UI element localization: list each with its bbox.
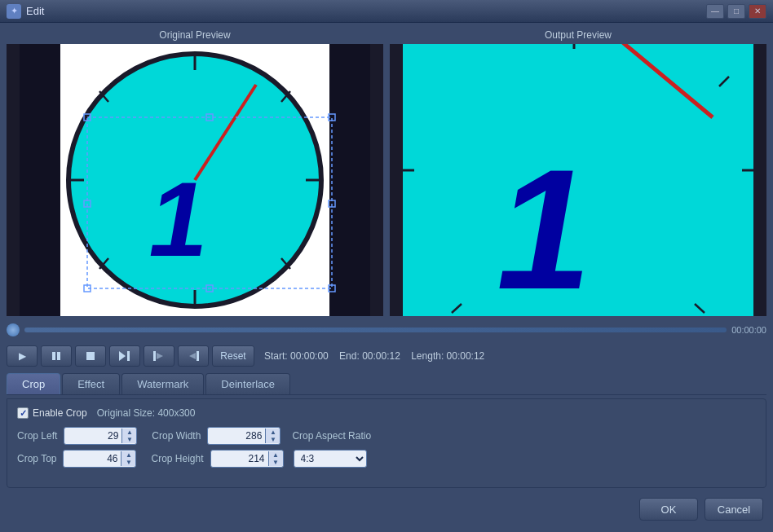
pause-icon (51, 350, 62, 362)
svg-rect-39 (197, 351, 199, 361)
window-title: Edit (26, 5, 706, 17)
output-preview-canvas: 1 (390, 44, 766, 316)
output-preview-label: Output Preview (545, 29, 612, 41)
crop-top-down[interactable]: ▼ (121, 459, 135, 466)
cancel-button[interactable]: Cancel (705, 498, 763, 521)
crop-top-input[interactable] (64, 453, 121, 464)
crop-height-label: Crop Height (151, 453, 203, 464)
maximize-button[interactable]: □ (727, 4, 745, 19)
tab-crop[interactable]: Crop (7, 373, 60, 394)
crop-top-up[interactable]: ▲ (121, 451, 135, 459)
svg-marker-35 (119, 351, 126, 361)
stop-icon (86, 351, 95, 361)
crop-width-down[interactable]: ▼ (266, 436, 280, 443)
start-time-info: Start: 00:00:00 End: 00:00:12 Length: 00… (264, 350, 484, 362)
timeline-track[interactable] (24, 328, 727, 332)
output-preview-panel: Output Preview 1 (390, 29, 766, 316)
crop-header: ✓ Enable Crop Original Size: 400x300 (17, 407, 756, 419)
output-preview-svg: 1 (403, 44, 753, 316)
timeline-time: 00:00:00 (731, 325, 766, 335)
tab-bar: Crop Effect Watermark Deinterlace (7, 373, 766, 395)
stop-button[interactable] (75, 345, 106, 367)
mark-in-icon (152, 350, 166, 362)
reset-button[interactable]: Reset (212, 345, 254, 367)
crop-width-label: Crop Width (152, 430, 201, 442)
original-preview-label: Original Preview (159, 29, 230, 41)
mark-out-button[interactable] (178, 345, 209, 367)
timeline-scrubber[interactable] (7, 323, 20, 336)
main-content: Original Preview (0, 23, 773, 532)
crop-top-input-wrapper: ▲ ▼ (63, 450, 136, 468)
preview-area: Original Preview (7, 29, 766, 316)
tab-watermark[interactable]: Watermark (121, 373, 204, 394)
original-preview-panel: Original Preview (7, 29, 383, 316)
crop-height-down[interactable]: ▼ (269, 459, 283, 466)
svg-rect-34 (86, 352, 95, 360)
title-bar: ✦ Edit — □ ✕ (0, 0, 773, 23)
crop-left-down[interactable]: ▼ (122, 436, 136, 443)
aspect-ratio-select[interactable]: 4:3 16:9 1:1 Free (294, 452, 366, 465)
next-frame-button[interactable] (109, 345, 140, 367)
svg-rect-37 (153, 351, 156, 361)
crop-width-spin: ▲ ▼ (265, 429, 280, 443)
tabs-section: Crop Effect Watermark Deinterlace ✓ Enab… (7, 373, 766, 488)
pause-button[interactable] (41, 345, 72, 367)
original-preview-canvas: 1 (7, 44, 383, 316)
timeline-area: 00:00:00 (7, 321, 766, 339)
svg-marker-40 (189, 353, 196, 359)
mark-in-button[interactable] (144, 345, 174, 367)
close-button[interactable]: ✕ (749, 4, 766, 19)
original-size-label: Original Size: 400x300 (97, 407, 196, 419)
crop-panel: ✓ Enable Crop Original Size: 400x300 Cro… (7, 398, 766, 488)
crop-width-up[interactable]: ▲ (266, 429, 280, 436)
tab-deinterlace[interactable]: Deinterlace (205, 373, 290, 394)
crop-left-input[interactable] (64, 430, 121, 442)
crop-left-spin: ▲ ▼ (121, 429, 136, 443)
crop-height-input-wrapper: ▲ ▼ (210, 450, 284, 468)
crop-row-2: Crop Top ▲ ▼ Crop Height ▲ ▼ (17, 450, 756, 468)
enable-crop-checkbox-container: ✓ Enable Crop (17, 407, 87, 419)
svg-rect-36 (127, 351, 130, 361)
crop-width-input[interactable] (208, 430, 265, 442)
enable-crop-label: Enable Crop (33, 407, 87, 419)
svg-rect-33 (57, 352, 60, 360)
window-controls: — □ ✕ (706, 4, 766, 19)
mark-out-icon (187, 350, 200, 362)
tab-effect[interactable]: Effect (62, 373, 120, 394)
aspect-ratio-select-wrapper: 4:3 16:9 1:1 Free (294, 450, 367, 468)
crop-height-input[interactable] (211, 453, 268, 464)
play-button[interactable]: ▶ (7, 345, 38, 367)
crop-height-up[interactable]: ▲ (269, 451, 283, 459)
next-icon (118, 350, 131, 362)
enable-crop-checkbox[interactable]: ✓ (17, 407, 29, 419)
footer-buttons: OK Cancel (7, 493, 766, 525)
playback-controls: ▶ (7, 344, 766, 368)
crop-top-label: Crop Top (17, 453, 56, 464)
original-preview-svg: 1 (20, 44, 370, 316)
svg-rect-32 (52, 352, 55, 360)
crop-left-label: Crop Left (17, 430, 57, 442)
crop-width-input-wrapper: ▲ ▼ (207, 427, 280, 445)
crop-top-spin: ▲ ▼ (121, 451, 135, 466)
crop-row-1: Crop Left ▲ ▼ Crop Width ▲ ▼ Crop (17, 427, 756, 445)
ok-button[interactable]: OK (639, 498, 698, 521)
crop-aspect-ratio-label: Crop Aspect Ratio (292, 430, 371, 442)
crop-height-spin: ▲ ▼ (268, 451, 283, 466)
crop-left-up[interactable]: ▲ (122, 429, 136, 436)
app-icon: ✦ (7, 4, 21, 19)
svg-marker-38 (157, 353, 163, 359)
minimize-button[interactable]: — (706, 4, 724, 19)
crop-left-input-wrapper: ▲ ▼ (64, 427, 137, 445)
